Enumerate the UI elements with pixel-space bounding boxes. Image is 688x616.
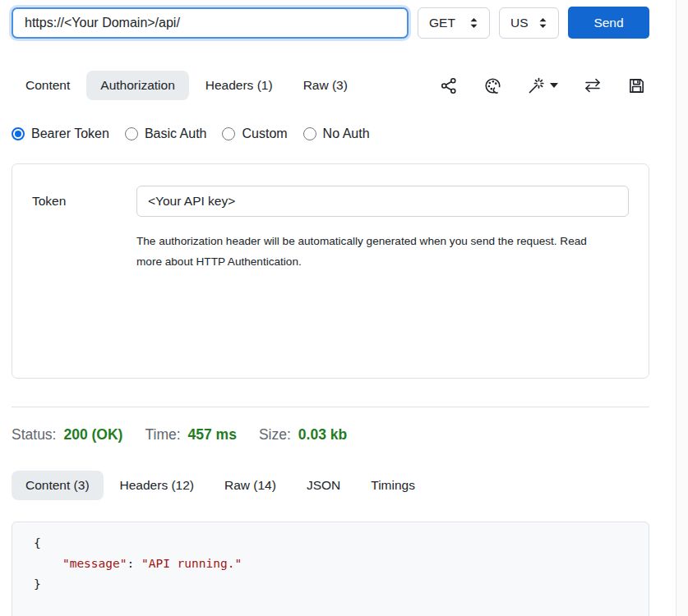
radio-selected-icon (12, 127, 25, 140)
auth-type-options: Bearer Token Basic Auth Custom No Auth (12, 126, 649, 141)
radio-icon (222, 127, 235, 140)
palette-icon[interactable] (483, 76, 502, 95)
code-line: "message": "API running." (34, 554, 627, 574)
url-input[interactable] (12, 7, 409, 39)
radio-label: Bearer Token (31, 126, 109, 141)
token-panel: Token The authorization header will be a… (12, 163, 649, 379)
section-divider (12, 407, 649, 407)
json-value: "API running." (141, 557, 242, 570)
json-separator: : (127, 557, 141, 570)
code-line: } (34, 574, 627, 595)
radio-icon (303, 127, 316, 140)
radio-no-auth[interactable]: No Auth (303, 126, 370, 141)
response-tab-content[interactable]: Content (3) (12, 471, 104, 500)
time-label: Time: (145, 426, 180, 444)
save-icon[interactable] (627, 76, 646, 95)
token-input[interactable] (136, 186, 629, 217)
response-tabs-row: Content (3) Headers (12) Raw (14) JSON T… (12, 471, 649, 500)
response-tab-json[interactable]: JSON (293, 471, 354, 500)
api-client-page: GET US Send Content Authorization Header… (12, 0, 649, 616)
region-select-value: US (510, 16, 529, 30)
request-tabs-row: Content Authorization Headers (1) Raw (3… (12, 71, 649, 100)
token-label: Token (32, 194, 136, 209)
radio-custom[interactable]: Custom (222, 126, 287, 141)
response-tab-timings[interactable]: Timings (357, 471, 429, 500)
swap-arrows-icon[interactable] (583, 76, 603, 95)
radio-label: No Auth (323, 126, 370, 141)
response-body: { "message": "API running." } (12, 522, 649, 616)
radio-basic-auth[interactable]: Basic Auth (125, 126, 207, 141)
code-line: { (34, 533, 627, 554)
radio-icon (125, 127, 138, 140)
response-tab-raw[interactable]: Raw (14) (210, 471, 290, 500)
method-select-value: GET (429, 16, 455, 30)
radio-label: Basic Auth (145, 126, 207, 141)
json-key: "message" (62, 557, 127, 570)
tab-content[interactable]: Content (12, 71, 84, 100)
size-label: Size: (259, 426, 291, 444)
radio-bearer-token[interactable]: Bearer Token (12, 126, 109, 141)
radio-label: Custom (242, 126, 287, 141)
token-help-text: The authorization header will be automat… (136, 231, 615, 272)
region-select[interactable]: US (499, 7, 559, 39)
response-tab-headers[interactable]: Headers (12) (106, 471, 208, 500)
token-row: Token (32, 186, 629, 217)
size-value: 0.03 kb (298, 426, 347, 444)
share-icon[interactable] (440, 76, 459, 95)
chevron-down-icon (550, 83, 558, 88)
tab-headers[interactable]: Headers (1) (192, 71, 287, 100)
send-button[interactable]: Send (568, 7, 649, 39)
tab-raw[interactable]: Raw (3) (289, 71, 362, 100)
select-arrows-icon (538, 17, 547, 29)
request-bar: GET US Send (12, 7, 649, 39)
select-arrows-icon (469, 17, 478, 29)
magic-wand-icon[interactable] (527, 76, 558, 95)
page-scrollbar[interactable] (676, 0, 688, 616)
tab-authorization[interactable]: Authorization (86, 71, 188, 100)
method-select[interactable]: GET (418, 7, 490, 39)
request-toolbar (440, 76, 649, 95)
response-summary: Status: 200 (OK) Time: 457 ms Size: 0.03… (12, 426, 649, 444)
status-label: Status: (12, 426, 56, 444)
time-value: 457 ms (188, 426, 237, 444)
status-value: 200 (OK) (63, 426, 122, 444)
